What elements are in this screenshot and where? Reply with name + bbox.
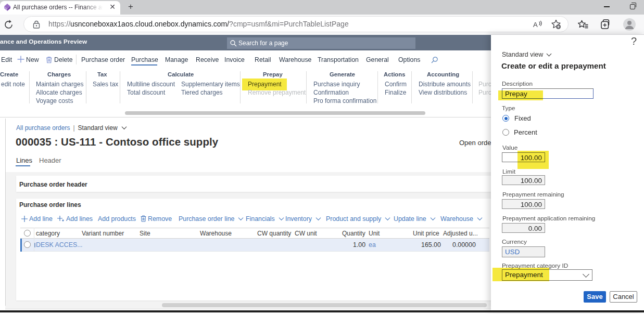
svg-text:A: A — [533, 21, 538, 29]
